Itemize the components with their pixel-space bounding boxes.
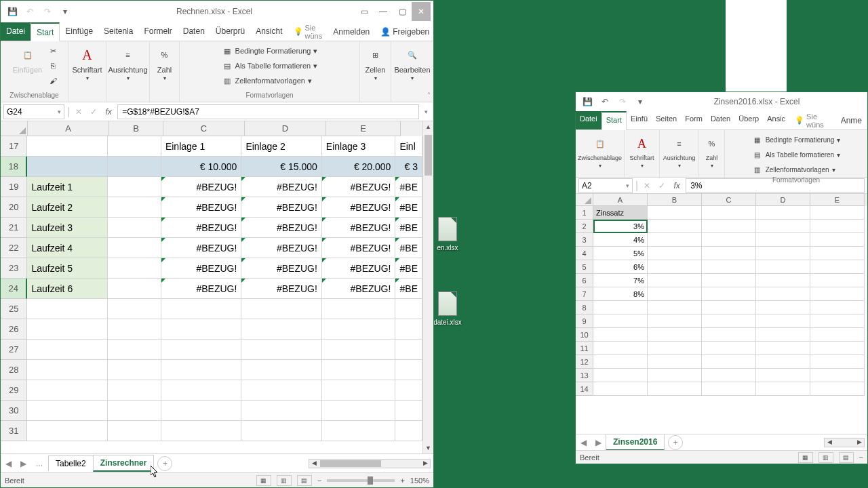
cell[interactable]: #BE: [395, 177, 422, 197]
minimize-button[interactable]: —: [374, 2, 393, 21]
cell[interactable]: [756, 342, 810, 355]
sheet-tab-zinsrechner[interactable]: Zinsrechner: [93, 455, 155, 472]
add-sheet-button[interactable]: +: [668, 435, 683, 450]
cell[interactable]: [810, 287, 865, 301]
close-button[interactable]: ✕: [412, 2, 431, 21]
row-header[interactable]: 23: [1, 258, 27, 279]
cell[interactable]: #BEZUG!: [241, 197, 321, 218]
cell[interactable]: [593, 369, 648, 382]
cell[interactable]: [108, 177, 161, 197]
cell[interactable]: Einlage 2: [241, 136, 321, 157]
cell[interactable]: [648, 342, 702, 355]
alignment-group-button[interactable]: ≡Ausrichtung▾: [105, 44, 150, 83]
scroll-right-icon[interactable]: ▶: [420, 460, 430, 468]
cell[interactable]: [322, 319, 396, 340]
vertical-scrollbar[interactable]: ▲ ▼: [422, 121, 433, 453]
cell[interactable]: [108, 360, 161, 380]
column-header[interactable]: E: [810, 194, 865, 206]
font-group-button[interactable]: ASchriftart▾: [70, 44, 105, 83]
cell[interactable]: [756, 301, 810, 314]
cell[interactable]: [108, 157, 161, 177]
row-header[interactable]: 28: [1, 360, 27, 380]
cell[interactable]: [702, 355, 756, 369]
row-header[interactable]: 18: [1, 157, 27, 177]
cell[interactable]: [756, 328, 810, 342]
copy-button[interactable]: ⎘: [47, 59, 58, 73]
cell[interactable]: [810, 328, 865, 342]
cell[interactable]: [702, 220, 756, 233]
cell[interactable]: [593, 314, 648, 328]
tab-layout[interactable]: Seiten: [652, 111, 681, 129]
redo-icon[interactable]: ↷: [615, 94, 630, 109]
sign-in-button[interactable]: Anme: [835, 111, 867, 129]
select-all-corner[interactable]: [576, 194, 593, 206]
qat-dropdown-icon[interactable]: ▾: [58, 4, 73, 19]
tell-me[interactable]: 💡Sie wüns: [288, 22, 328, 41]
cell[interactable]: [648, 233, 702, 247]
number-group-button[interactable]: %Zahl▾: [153, 44, 177, 83]
formula-input[interactable]: =G$18*#BEZUG!$A7: [117, 104, 419, 119]
cell[interactable]: [593, 382, 648, 396]
tab-view[interactable]: Ansic: [763, 111, 789, 129]
row-header[interactable]: 5: [576, 260, 593, 274]
column-header[interactable]: A: [593, 194, 648, 206]
undo-icon[interactable]: ↶: [597, 94, 612, 109]
cell[interactable]: [810, 220, 865, 233]
tab-review[interactable]: Überp: [734, 111, 763, 129]
cell[interactable]: [810, 301, 865, 314]
cell[interactable]: [702, 260, 756, 274]
tab-start[interactable]: Start: [31, 22, 60, 41]
cell[interactable]: Zinssatz: [593, 206, 648, 220]
cell[interactable]: [27, 360, 107, 380]
row-header[interactable]: 1: [576, 206, 593, 220]
cell[interactable]: [648, 314, 702, 328]
cell[interactable]: [27, 136, 107, 157]
name-box[interactable]: A2▾: [578, 178, 633, 193]
cell[interactable]: [108, 340, 161, 360]
cell[interactable]: [322, 340, 396, 360]
cell[interactable]: [108, 218, 161, 238]
cell[interactable]: Laufzeit 6: [27, 279, 107, 299]
tab-insert[interactable]: Einfü: [627, 111, 652, 129]
zoom-slider[interactable]: [327, 479, 395, 482]
row-header[interactable]: 7: [576, 287, 593, 301]
format-as-table-button[interactable]: ▤Als Tabelle formatieren ▾: [752, 148, 841, 161]
scroll-right-icon[interactable]: ▶: [854, 439, 864, 447]
row-header[interactable]: 3: [576, 233, 593, 247]
cell[interactable]: [648, 382, 702, 396]
cell[interactable]: [648, 260, 702, 274]
cell[interactable]: #BEZUG!: [161, 177, 241, 197]
sheet-nav-left-icon[interactable]: ◀: [1, 459, 16, 468]
cell[interactable]: [27, 340, 107, 360]
cell[interactable]: #BEZUG!: [322, 197, 396, 218]
row-header[interactable]: 19: [1, 177, 27, 197]
row-header[interactable]: 20: [1, 197, 27, 218]
row-header[interactable]: 11: [576, 342, 593, 355]
cell[interactable]: Laufzeit 5: [27, 258, 107, 279]
tab-layout[interactable]: Seitenla: [98, 22, 138, 41]
horizontal-scrollbar[interactable]: ◀ ▶: [824, 438, 865, 447]
accept-formula-icon[interactable]: ✓: [87, 106, 100, 118]
cell[interactable]: [322, 299, 396, 319]
format-as-table-button[interactable]: ▤Als Tabelle formatieren ▾: [222, 59, 318, 73]
cell[interactable]: [108, 136, 161, 157]
cell[interactable]: [810, 369, 865, 382]
accept-formula-icon[interactable]: ✓: [656, 180, 668, 192]
cell[interactable]: 7%: [593, 274, 648, 287]
cell[interactable]: [108, 401, 161, 421]
sheet-tab-tabelle2[interactable]: Tabelle2: [48, 455, 94, 471]
row-header[interactable]: 25: [1, 299, 27, 319]
cell[interactable]: [161, 299, 241, 319]
cell[interactable]: [756, 274, 810, 287]
zoom-out-icon[interactable]: −: [859, 453, 863, 462]
cell[interactable]: [593, 301, 648, 314]
ribbon-options-icon[interactable]: ▭: [355, 2, 374, 21]
cell[interactable]: [108, 299, 161, 319]
titlebar[interactable]: 💾 ↶ ↷ ▾ Zinsen2016.xlsx - Excel: [576, 92, 867, 111]
cell[interactable]: [395, 380, 422, 401]
cell[interactable]: Einl: [395, 136, 422, 157]
save-icon[interactable]: 💾: [5, 4, 20, 19]
cell[interactable]: Laufzeit 3: [27, 218, 107, 238]
share-button[interactable]: 👤Freigeben: [375, 22, 435, 41]
sheet-nav-right-icon[interactable]: ▶: [16, 459, 31, 468]
